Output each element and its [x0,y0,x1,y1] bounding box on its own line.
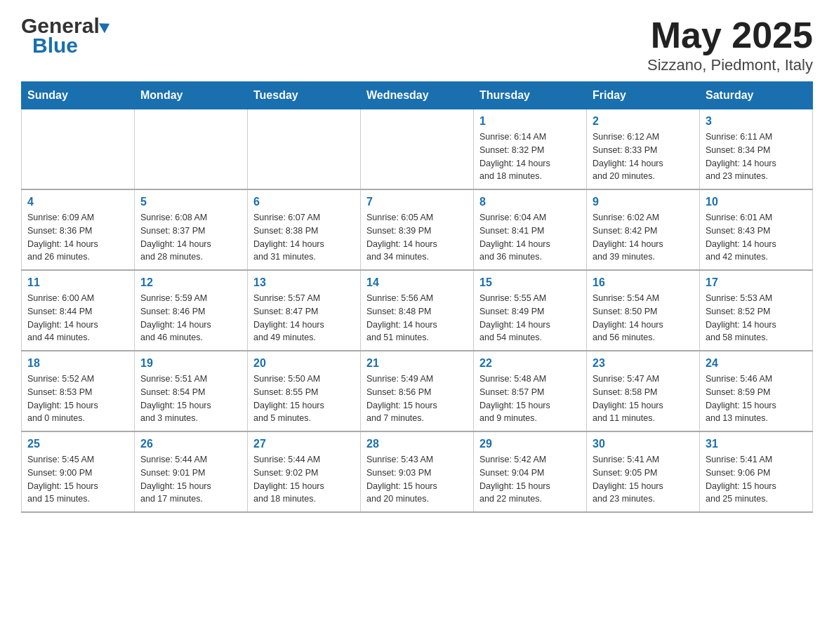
logo-arrow-icon [99,19,112,33]
day-info: Sunrise: 6:08 AMSunset: 8:37 PMDaylight:… [140,211,241,264]
day-number: 10 [706,196,807,208]
calendar-cell: 2Sunrise: 6:12 AMSunset: 8:33 PMDaylight… [587,109,700,190]
calendar-cell: 14Sunrise: 5:56 AMSunset: 8:48 PMDayligh… [361,270,474,351]
day-info: Sunrise: 6:14 AMSunset: 8:32 PMDaylight:… [479,130,581,183]
calendar-cell [22,109,135,190]
calendar-cell: 23Sunrise: 5:47 AMSunset: 8:58 PMDayligh… [587,351,700,431]
calendar-cell: 25Sunrise: 5:45 AMSunset: 9:00 PMDayligh… [22,431,135,512]
calendar-cell: 18Sunrise: 5:52 AMSunset: 8:53 PMDayligh… [22,351,135,431]
day-number: 25 [27,438,128,450]
calendar-header-friday: Friday [587,82,700,109]
calendar-week-row: 25Sunrise: 5:45 AMSunset: 9:00 PMDayligh… [22,431,813,512]
calendar-cell: 11Sunrise: 6:00 AMSunset: 8:44 PMDayligh… [22,270,135,351]
calendar-week-row: 11Sunrise: 6:00 AMSunset: 8:44 PMDayligh… [22,270,813,351]
day-number: 15 [479,276,581,289]
page-header: General Blue May 2025 Sizzano, Piedmont,… [21,14,813,74]
day-number: 1 [479,115,581,128]
day-number: 11 [27,276,128,289]
day-info: Sunrise: 5:43 AMSunset: 9:03 PMDaylight:… [366,453,468,506]
day-info: Sunrise: 5:41 AMSunset: 9:05 PMDaylight:… [593,453,694,506]
calendar-header-tuesday: Tuesday [248,82,361,109]
day-info: Sunrise: 6:09 AMSunset: 8:36 PMDaylight:… [27,211,128,264]
calendar-cell: 29Sunrise: 5:42 AMSunset: 9:04 PMDayligh… [474,431,587,512]
page-title: May 2025 [647,14,813,56]
calendar-cell: 22Sunrise: 5:48 AMSunset: 8:57 PMDayligh… [474,351,587,431]
calendar-cell: 20Sunrise: 5:50 AMSunset: 8:55 PMDayligh… [248,351,361,431]
calendar-cell [361,109,474,190]
day-info: Sunrise: 5:46 AMSunset: 8:59 PMDaylight:… [706,373,807,425]
day-number: 16 [593,276,694,289]
calendar-cell: 8Sunrise: 6:04 AMSunset: 8:41 PMDaylight… [474,189,587,270]
day-info: Sunrise: 5:55 AMSunset: 8:49 PMDaylight:… [479,292,581,344]
day-number: 21 [366,357,468,370]
calendar-cell: 19Sunrise: 5:51 AMSunset: 8:54 PMDayligh… [135,351,248,431]
calendar-cell: 1Sunrise: 6:14 AMSunset: 8:32 PMDaylight… [474,109,587,190]
calendar-cell: 13Sunrise: 5:57 AMSunset: 8:47 PMDayligh… [248,270,361,351]
day-info: Sunrise: 5:54 AMSunset: 8:50 PMDaylight:… [593,292,694,344]
day-info: Sunrise: 6:12 AMSunset: 8:33 PMDaylight:… [593,130,694,183]
day-info: Sunrise: 5:41 AMSunset: 9:06 PMDaylight:… [706,453,807,506]
day-info: Sunrise: 5:56 AMSunset: 8:48 PMDaylight:… [366,292,468,344]
day-number: 26 [140,438,241,450]
day-info: Sunrise: 5:53 AMSunset: 8:52 PMDaylight:… [706,292,807,344]
calendar-cell: 27Sunrise: 5:44 AMSunset: 9:02 PMDayligh… [248,431,361,512]
day-number: 14 [366,276,468,289]
day-info: Sunrise: 6:02 AMSunset: 8:42 PMDaylight:… [593,211,694,264]
calendar-header-thursday: Thursday [474,82,587,109]
day-info: Sunrise: 6:07 AMSunset: 8:38 PMDaylight:… [253,211,355,264]
calendar-table: SundayMondayTuesdayWednesdayThursdayFrid… [21,81,813,513]
calendar-cell: 7Sunrise: 6:05 AMSunset: 8:39 PMDaylight… [361,189,474,270]
day-number: 23 [593,357,694,370]
calendar-header-row: SundayMondayTuesdayWednesdayThursdayFrid… [22,82,813,109]
day-info: Sunrise: 5:52 AMSunset: 8:53 PMDaylight:… [27,373,128,425]
day-info: Sunrise: 5:44 AMSunset: 9:02 PMDaylight:… [253,453,355,506]
day-info: Sunrise: 5:59 AMSunset: 8:46 PMDaylight:… [140,292,241,344]
day-info: Sunrise: 5:48 AMSunset: 8:57 PMDaylight:… [479,373,581,425]
day-number: 29 [479,438,581,450]
day-number: 4 [27,196,128,208]
day-number: 7 [366,196,468,208]
day-info: Sunrise: 5:57 AMSunset: 8:47 PMDaylight:… [253,292,355,344]
calendar-header-monday: Monday [135,82,248,109]
day-number: 2 [593,115,694,128]
day-number: 31 [706,438,807,450]
calendar-cell: 28Sunrise: 5:43 AMSunset: 9:03 PMDayligh… [361,431,474,512]
calendar-cell: 3Sunrise: 6:11 AMSunset: 8:34 PMDaylight… [700,109,813,190]
calendar-cell: 9Sunrise: 6:02 AMSunset: 8:42 PMDaylight… [587,189,700,270]
calendar-cell: 6Sunrise: 6:07 AMSunset: 8:38 PMDaylight… [248,189,361,270]
day-info: Sunrise: 5:49 AMSunset: 8:56 PMDaylight:… [366,373,468,425]
calendar-cell: 30Sunrise: 5:41 AMSunset: 9:05 PMDayligh… [587,431,700,512]
day-info: Sunrise: 6:01 AMSunset: 8:43 PMDaylight:… [706,211,807,264]
calendar-header-saturday: Saturday [700,82,813,109]
calendar-cell: 24Sunrise: 5:46 AMSunset: 8:59 PMDayligh… [700,351,813,431]
day-number: 17 [706,276,807,289]
day-number: 3 [706,115,807,128]
calendar-cell: 10Sunrise: 6:01 AMSunset: 8:43 PMDayligh… [700,189,813,270]
day-number: 30 [593,438,694,450]
calendar-cell: 5Sunrise: 6:08 AMSunset: 8:37 PMDaylight… [135,189,248,270]
calendar-cell: 31Sunrise: 5:41 AMSunset: 9:06 PMDayligh… [700,431,813,512]
day-info: Sunrise: 6:05 AMSunset: 8:39 PMDaylight:… [366,211,468,264]
calendar-week-row: 1Sunrise: 6:14 AMSunset: 8:32 PMDaylight… [22,109,813,190]
day-number: 5 [140,196,241,208]
day-number: 19 [140,357,241,370]
day-number: 9 [593,196,694,208]
day-number: 18 [27,357,128,370]
calendar-header-sunday: Sunday [22,82,135,109]
day-info: Sunrise: 5:45 AMSunset: 9:00 PMDaylight:… [27,453,128,506]
calendar-cell: 21Sunrise: 5:49 AMSunset: 8:56 PMDayligh… [361,351,474,431]
day-info: Sunrise: 5:50 AMSunset: 8:55 PMDaylight:… [253,373,355,425]
calendar-cell [248,109,361,190]
day-info: Sunrise: 5:47 AMSunset: 8:58 PMDaylight:… [593,373,694,425]
day-info: Sunrise: 5:51 AMSunset: 8:54 PMDaylight:… [140,373,241,425]
calendar-cell: 15Sunrise: 5:55 AMSunset: 8:49 PMDayligh… [474,270,587,351]
day-number: 27 [253,438,355,450]
page-subtitle: Sizzano, Piedmont, Italy [647,56,813,74]
calendar-cell: 17Sunrise: 5:53 AMSunset: 8:52 PMDayligh… [700,270,813,351]
calendar-cell: 26Sunrise: 5:44 AMSunset: 9:01 PMDayligh… [135,431,248,512]
day-number: 12 [140,276,241,289]
day-number: 6 [253,196,355,208]
day-number: 8 [479,196,581,208]
day-info: Sunrise: 6:00 AMSunset: 8:44 PMDaylight:… [27,292,128,344]
day-info: Sunrise: 5:44 AMSunset: 9:01 PMDaylight:… [140,453,241,506]
